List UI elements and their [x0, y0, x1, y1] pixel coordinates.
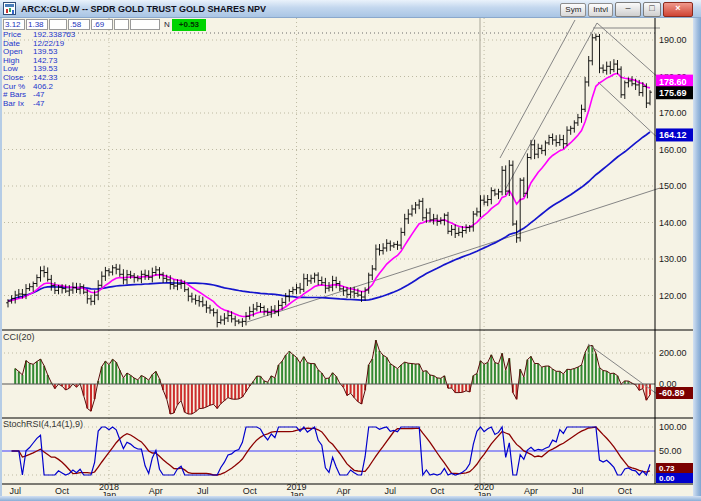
- cci-value-badge: -60.89: [659, 388, 685, 398]
- cci-histogram-bar: [296, 357, 298, 384]
- cci-histogram-bar: [177, 384, 179, 405]
- x-axis-month-label: Jul: [572, 486, 584, 496]
- cci-histogram-bar: [353, 384, 355, 398]
- x-axis-month-label: Oct: [243, 486, 258, 496]
- chart-plot-area[interactable]: 190.00180.00170.00160.00150.00140.00130.…: [0, 0, 701, 501]
- toolbar-field[interactable]: .58: [68, 19, 90, 30]
- cci-histogram-bar: [588, 346, 590, 384]
- cci-histogram-bar: [241, 384, 243, 397]
- stoch-tick-label: 50.00: [659, 446, 682, 456]
- cci-histogram-bar: [90, 384, 92, 411]
- cci-histogram-bar: [191, 384, 193, 414]
- cci-histogram-bar: [537, 364, 539, 385]
- cci-histogram-bar: [404, 362, 406, 384]
- cci-histogram-bar: [299, 363, 301, 384]
- cci-histogram-bar: [530, 356, 532, 384]
- price-tick-label: 140.00: [659, 218, 687, 228]
- cci-histogram-bar: [599, 368, 601, 384]
- cci-histogram-bar: [36, 362, 38, 385]
- cci-histogram-bar: [18, 372, 20, 385]
- cci-histogram-bar: [389, 364, 391, 384]
- cci-histogram-bar: [14, 369, 16, 385]
- cci-histogram-bar: [184, 384, 186, 412]
- cci-histogram-bar: [357, 384, 359, 402]
- window-frame-right[interactable]: [693, 17, 701, 501]
- cci-histogram-bar: [570, 370, 572, 385]
- net-change-badge: +0.53: [172, 19, 206, 31]
- cci-histogram-bar: [573, 369, 575, 385]
- cci-histogram-bar: [591, 346, 593, 385]
- cci-histogram-bar: [559, 371, 561, 384]
- cci-histogram-bar: [223, 384, 225, 401]
- close-button[interactable]: ×: [663, 2, 693, 17]
- cci-histogram-bar: [461, 384, 463, 392]
- price-tick-label: 170.00: [659, 108, 687, 118]
- cci-histogram-bar: [609, 374, 611, 385]
- toolbar-field[interactable]: [114, 19, 129, 30]
- cci-histogram-bar: [213, 384, 215, 404]
- sym-button[interactable]: Sym: [560, 3, 586, 17]
- minimize-button[interactable]: –: [615, 2, 641, 17]
- last-price-badge: 175.69: [659, 88, 687, 98]
- cci-histogram-bar: [505, 370, 507, 384]
- cci-histogram-bar: [602, 371, 604, 385]
- toolbar-field[interactable]: .69: [91, 19, 113, 30]
- title-bar[interactable]: ARCX:GLD,W -- SPDR GOLD TRUST GOLD SHARE…: [0, 0, 701, 18]
- cci-histogram-bar: [29, 363, 31, 384]
- price-trendline: [505, 23, 597, 190]
- cci-histogram-bar: [285, 355, 287, 384]
- cci-panel-label: CCI(20): [3, 332, 35, 342]
- x-axis-month-label: Oct: [430, 486, 445, 496]
- cci-histogram-bar: [581, 365, 583, 384]
- cci-histogram-bar: [238, 384, 240, 399]
- cci-histogram-bar: [281, 361, 283, 384]
- toolbar-field[interactable]: 1.38: [26, 19, 48, 30]
- cci-histogram-bar: [429, 375, 431, 384]
- stochrsi-panel-label: StochRSI(4,14(1),9): [3, 419, 83, 429]
- cci-histogram-bar: [411, 364, 413, 384]
- maximize-button[interactable]: □: [643, 2, 661, 17]
- cci-histogram-bar: [451, 384, 453, 388]
- cci-histogram-bar: [350, 384, 352, 393]
- cci-histogram-bar: [393, 366, 395, 384]
- cci-histogram-bar: [40, 359, 42, 384]
- cci-histogram-bar: [379, 351, 381, 384]
- cci-histogram-bar: [407, 363, 409, 384]
- cci-histogram-bar: [397, 369, 399, 384]
- x-axis-month-label: Jul: [197, 486, 209, 496]
- cci-histogram-bar: [234, 384, 236, 399]
- price-tick-label: 130.00: [659, 254, 687, 264]
- cci-histogram-bar: [613, 373, 615, 384]
- cci-histogram-bar: [386, 357, 388, 384]
- cci-histogram-bar: [198, 384, 200, 409]
- cci-histogram-bar: [433, 376, 435, 384]
- cci-histogram-bar: [375, 340, 377, 384]
- toolbar-field[interactable]: 3.12: [3, 19, 25, 30]
- cci-histogram-bar: [534, 364, 536, 385]
- cci-histogram-bar: [566, 369, 568, 384]
- ohlc-bars: [6, 34, 652, 328]
- cci-histogram-bar: [209, 384, 211, 405]
- intvl-button[interactable]: Intvl: [588, 3, 613, 17]
- cci-histogram-bar: [400, 365, 402, 384]
- cci-histogram-bar: [137, 380, 139, 384]
- x-axis-month-label: Oct: [618, 486, 633, 496]
- cci-histogram-bar: [317, 370, 319, 384]
- cci-histogram-bar: [310, 364, 312, 384]
- cci-histogram-bar: [195, 384, 197, 412]
- chart-window: ARCX:GLD,W -- SPDR GOLD TRUST GOLD SHARE…: [0, 0, 701, 501]
- cci-histogram-bar: [274, 378, 276, 384]
- window-frame-bottom[interactable]: [0, 496, 701, 501]
- cci-tick-label: 200.00: [659, 348, 687, 358]
- cci-histogram-bar: [205, 384, 207, 407]
- cci-histogram-bar: [32, 364, 34, 384]
- cci-histogram-bar: [418, 364, 420, 384]
- cci-histogram-bar: [324, 379, 326, 385]
- cci-histogram-bar: [231, 384, 233, 399]
- price-tick-label: 120.00: [659, 291, 687, 301]
- cci-histogram-bar: [216, 384, 218, 409]
- toolbar-field[interactable]: [130, 19, 160, 30]
- toolbar-field[interactable]: [49, 19, 67, 30]
- x-axis-month-label: Oct: [55, 486, 70, 496]
- slow-ma-badge: 164.12: [659, 130, 687, 140]
